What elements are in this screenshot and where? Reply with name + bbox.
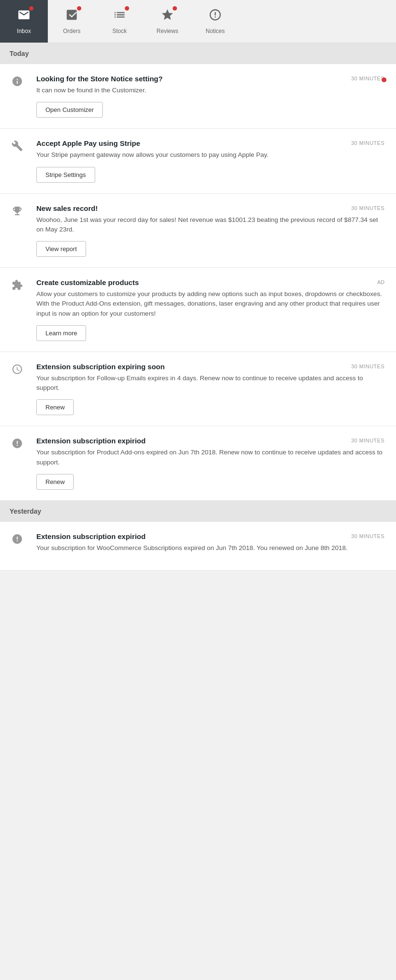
notif-title: Accept Apple Pay using Stripe [36, 139, 351, 147]
notif-body: Create customizable products AD Allow yo… [36, 278, 385, 341]
notification-expired-1: Extension subscription expiriod 30 MINUT… [0, 426, 396, 501]
notification-store-notice: Looking for the Store Notice setting? 30… [0, 64, 396, 129]
nav-item-inbox[interactable]: Inbox [0, 0, 48, 43]
notif-time: 30 MINUTES [351, 75, 385, 81]
notif-title: Extension subscription expiring soon [36, 363, 351, 371]
trophy-icon [11, 205, 23, 220]
notices-icon [209, 8, 222, 25]
reviews-badge [173, 6, 177, 11]
section-header-today: Today [0, 43, 396, 64]
notif-title: Extension subscription expiriod [36, 532, 351, 540]
learn-more-button[interactable]: Learn more [36, 325, 86, 341]
notif-header-row: Extension subscription expiring soon 30 … [36, 363, 385, 371]
notif-title: New sales record! [36, 204, 351, 212]
notif-icon-col [11, 532, 29, 560]
notif-header-row: Extension subscription expiriod 30 MINUT… [36, 532, 385, 540]
nav-item-orders[interactable]: Orders [48, 0, 96, 43]
notif-body: Looking for the Store Notice setting? 30… [36, 75, 385, 118]
nav-label-reviews: Reviews [156, 28, 178, 34]
notif-desc: Woohoo, June 1st was your record day for… [36, 215, 385, 235]
stock-icon [113, 8, 126, 25]
notif-icon-col [11, 204, 29, 257]
notif-body: Extension subscription expiriod 30 MINUT… [36, 532, 385, 560]
notif-time: 30 MINUTES [351, 204, 385, 211]
notif-icon-col [11, 437, 29, 490]
nav-label-notices: Notices [206, 28, 225, 34]
nav-label-orders: Orders [63, 28, 81, 34]
nav-label-stock: Stock [112, 28, 127, 34]
notif-desc: It can now be found in the Customizer. [36, 86, 385, 95]
unread-indicator [382, 77, 386, 82]
notif-title: Extension subscription expiriod [36, 437, 351, 445]
orders-icon [65, 8, 78, 25]
notification-sales-record: New sales record! 30 MINUTES Woohoo, Jun… [0, 194, 396, 268]
notification-apple-pay: Accept Apple Pay using Stripe 30 MINUTES… [0, 129, 396, 193]
view-report-button[interactable]: View report [36, 241, 86, 257]
notif-header-row: Accept Apple Pay using Stripe 30 MINUTES [36, 139, 385, 147]
notification-expired-2: Extension subscription expiriod 30 MINUT… [0, 522, 396, 571]
notif-icon-col [11, 278, 29, 341]
notif-header-row: Looking for the Store Notice setting? 30… [36, 75, 385, 83]
open-customizer-button[interactable]: Open Customizer [36, 102, 103, 118]
nav-item-reviews[interactable]: Reviews [143, 0, 191, 43]
stock-badge [125, 6, 129, 11]
inbox-badge [29, 6, 33, 11]
notif-time: 30 MINUTES [351, 363, 385, 369]
notif-title: Create customizable products [36, 278, 377, 286]
notif-header-row: Create customizable products AD [36, 278, 385, 286]
notification-expiring-soon: Extension subscription expiring soon 30 … [0, 352, 396, 427]
reviews-icon [161, 8, 174, 25]
orders-badge [77, 6, 81, 11]
notif-body: Accept Apple Pay using Stripe 30 MINUTES… [36, 139, 385, 182]
notif-body: Extension subscription expiring soon 30 … [36, 363, 385, 416]
inbox-icon [17, 8, 31, 25]
notif-desc: Allow your customers to customize your p… [36, 289, 385, 319]
notif-time: 30 MINUTES [351, 139, 385, 146]
info-icon [11, 76, 23, 90]
wrench-icon [11, 140, 23, 154]
clock-icon [11, 363, 23, 378]
plugin-icon [11, 279, 23, 294]
notif-time: 30 MINUTES [351, 437, 385, 443]
notif-desc: Your subscription for Follow-up Emails e… [36, 374, 385, 393]
notif-time: 30 MINUTES [351, 532, 385, 539]
renew-button-2[interactable]: Renew [36, 474, 74, 490]
nav-label-inbox: Inbox [17, 28, 31, 34]
notif-body: New sales record! 30 MINUTES Woohoo, Jun… [36, 204, 385, 257]
warning-circle-icon-2 [11, 533, 23, 548]
renew-button-1[interactable]: Renew [36, 399, 74, 415]
top-nav: Inbox Orders Stock Reviews [0, 0, 396, 43]
nav-item-stock[interactable]: Stock [96, 0, 143, 43]
notif-desc: Your subscription for Product Add-ons ex… [36, 448, 385, 467]
section-header-yesterday: Yesterday [0, 501, 396, 522]
warning-circle-icon [11, 438, 23, 452]
notif-desc: Your subscription for WooCommerce Subscr… [36, 543, 385, 553]
notif-header-row: Extension subscription expiriod 30 MINUT… [36, 437, 385, 445]
notification-customizable-products: Create customizable products AD Allow yo… [0, 268, 396, 352]
nav-item-notices[interactable]: Notices [191, 0, 239, 43]
notif-title: Looking for the Store Notice setting? [36, 75, 351, 83]
stripe-settings-button[interactable]: Stripe Settings [36, 167, 95, 183]
notif-header-row: New sales record! 30 MINUTES [36, 204, 385, 212]
content: Today Looking for the Store Notice setti… [0, 43, 396, 571]
notif-icon-col [11, 363, 29, 416]
notif-icon-col [11, 139, 29, 182]
notif-body: Extension subscription expiriod 30 MINUT… [36, 437, 385, 490]
notif-icon-col [11, 75, 29, 118]
ad-label: AD [377, 278, 385, 285]
notif-desc: Your Stripe payment gateway now allows y… [36, 150, 385, 160]
